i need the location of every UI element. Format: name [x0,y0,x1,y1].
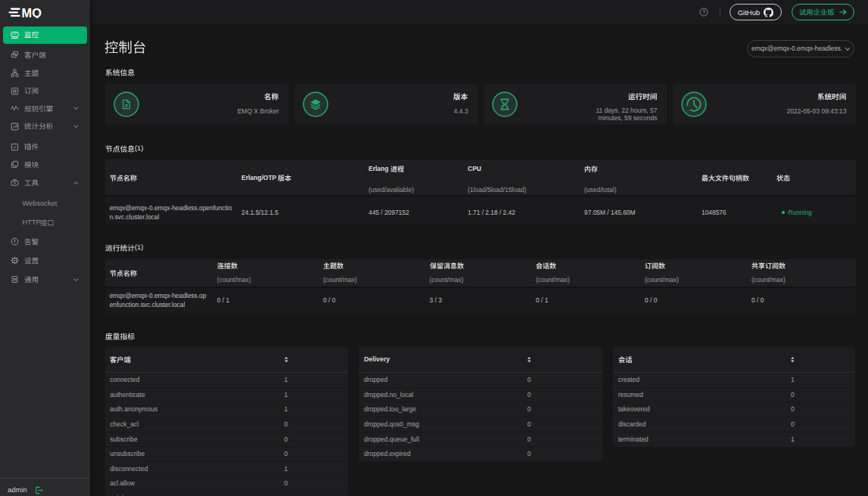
svg-text:MQ: MQ [22,8,42,18]
